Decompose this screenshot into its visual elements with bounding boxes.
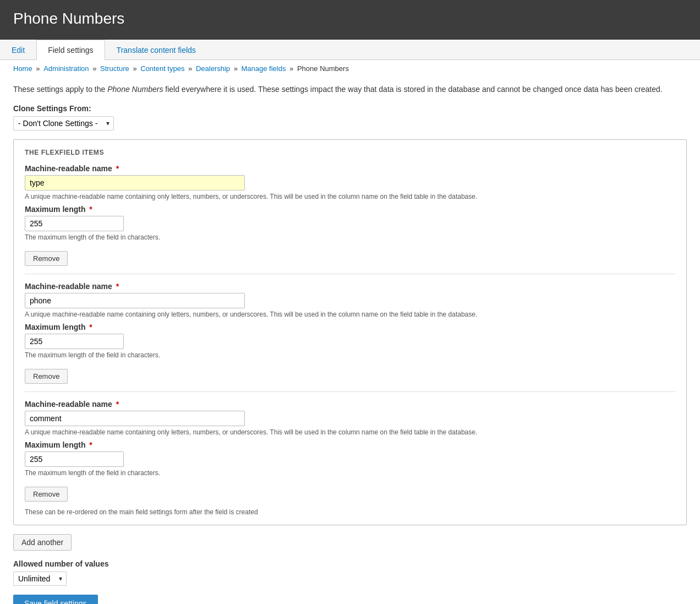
save-field-settings-button[interactable]: Save field settings: [13, 595, 98, 604]
flexfield-item-3: Machine-readable name * A unique machine…: [25, 400, 675, 502]
breadcrumb-content-types[interactable]: Content types: [140, 64, 184, 73]
remove-button-1[interactable]: Remove: [25, 251, 68, 266]
max-length-section-3: Maximum length * The maximum length of t…: [25, 440, 675, 477]
tabs-bar: Edit Field settings Translate content fi…: [0, 40, 700, 60]
clone-select-wrapper: - Don't Clone Settings - ▾: [13, 116, 114, 130]
reorder-note: These can be re-ordered on the main fiel…: [25, 508, 675, 516]
tab-translate-content-fields[interactable]: Translate content fields: [105, 40, 207, 60]
allowed-values-select[interactable]: Unlimited 1 2 3 4 5: [13, 572, 67, 586]
machine-name-input-2[interactable]: [25, 293, 245, 308]
flexfield-item-2: Machine-readable name * A unique machine…: [25, 282, 675, 384]
breadcrumb-structure[interactable]: Structure: [100, 64, 129, 73]
max-length-label-3: Maximum length *: [25, 440, 675, 449]
remove-button-2[interactable]: Remove: [25, 369, 68, 384]
remove-button-3[interactable]: Remove: [25, 487, 68, 502]
max-length-section-1: Maximum length * The maximum length of t…: [25, 205, 675, 241]
required-star-3: *: [116, 400, 119, 409]
item-separator-1: [25, 274, 675, 274]
max-length-label-1: Maximum length *: [25, 205, 675, 214]
machine-name-input-1[interactable]: [25, 175, 245, 191]
page-header: Phone Numbers: [0, 0, 700, 40]
tab-field-settings[interactable]: Field settings: [36, 40, 105, 60]
max-length-input-3[interactable]: [25, 451, 124, 467]
required-star-max-2: *: [89, 323, 92, 331]
flexfield-title: THE FLEXFIELD ITEMS: [25, 149, 675, 156]
max-length-section-2: Maximum length * The maximum length of t…: [25, 323, 675, 359]
breadcrumb-dealership[interactable]: Dealership: [196, 64, 230, 73]
max-length-label-2: Maximum length *: [25, 323, 675, 331]
max-length-hint-3: The maximum length of the field in chara…: [25, 469, 675, 477]
clone-settings-label: Clone Settings From:: [13, 104, 687, 113]
machine-name-label-1: Machine-readable name *: [25, 164, 675, 173]
machine-name-hint-1: A unique machine-readable name containin…: [25, 193, 675, 200]
flexfield-box: THE FLEXFIELD ITEMS Machine-readable nam…: [13, 139, 687, 525]
max-length-hint-1: The maximum length of the field in chara…: [25, 233, 675, 241]
machine-name-hint-3: A unique machine-readable name containin…: [25, 428, 675, 436]
machine-name-input-3[interactable]: [25, 411, 245, 426]
required-star-max-3: *: [89, 440, 92, 449]
max-length-hint-2: The maximum length of the field in chara…: [25, 351, 675, 359]
flexfield-item-1: Machine-readable name * A unique machine…: [25, 164, 675, 266]
max-length-input-1[interactable]: [25, 216, 124, 231]
add-another-button[interactable]: Add another: [13, 534, 72, 551]
page-title: Phone Numbers: [13, 10, 687, 28]
required-star-max-1: *: [89, 205, 92, 214]
breadcrumb-home[interactable]: Home: [13, 64, 32, 73]
breadcrumb-manage-fields[interactable]: Manage fields: [242, 64, 286, 73]
allowed-values-label: Allowed number of values: [13, 559, 687, 568]
description-text: These settings apply to the Phone Number…: [13, 84, 687, 95]
item-separator-2: [25, 391, 675, 392]
max-length-input-2[interactable]: [25, 334, 124, 349]
machine-name-hint-2: A unique machine-readable name containin…: [25, 311, 675, 318]
breadcrumb-current: Phone Numbers: [297, 64, 349, 73]
tab-edit[interactable]: Edit: [0, 40, 36, 60]
breadcrumb: Home » Administration » Structure » Cont…: [0, 60, 700, 77]
required-star-2: *: [116, 282, 119, 291]
clone-settings-section: Clone Settings From: - Don't Clone Setti…: [13, 104, 687, 130]
required-star-1: *: [116, 164, 119, 173]
machine-name-label-3: Machine-readable name *: [25, 400, 675, 409]
machine-name-label-2: Machine-readable name *: [25, 282, 675, 291]
allowed-values-section: Allowed number of values Unlimited 1 2 3…: [13, 559, 687, 586]
clone-settings-select[interactable]: - Don't Clone Settings -: [13, 116, 114, 130]
main-content: These settings apply to the Phone Number…: [0, 77, 700, 604]
allowed-select-wrapper: Unlimited 1 2 3 4 5 ▾: [13, 572, 67, 586]
breadcrumb-administration[interactable]: Administration: [43, 64, 89, 73]
